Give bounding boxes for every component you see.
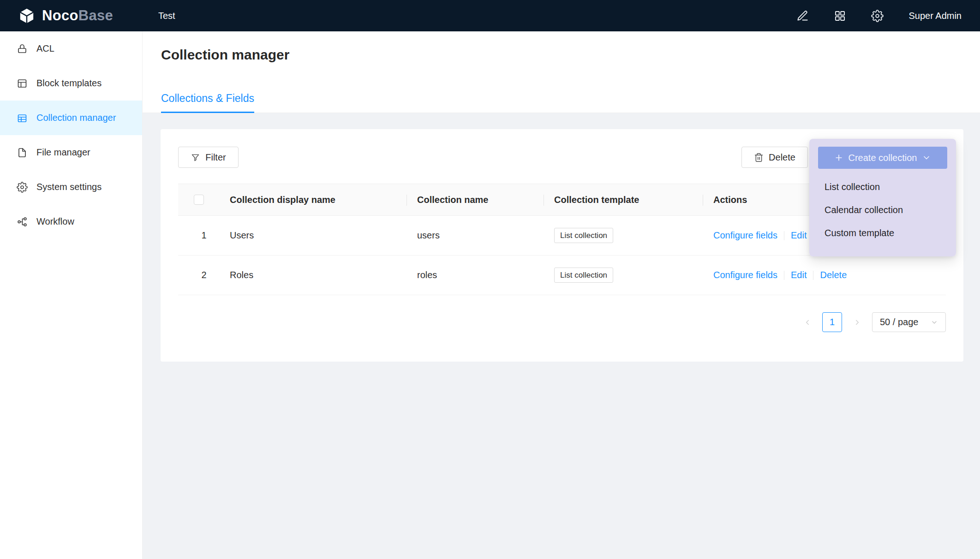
pagination-page-1[interactable]: 1 [822,312,842,332]
sidebar-item-label: Workflow [36,216,74,227]
cell-collection-template: List collection [544,228,703,244]
page-size-value: 50 / page [880,317,918,327]
cell-display-name: Users [220,230,407,241]
template-tag: List collection [554,228,613,244]
delete-link[interactable]: Delete [820,270,847,280]
row-index: 1 [178,230,220,241]
menu-item-list-collection[interactable]: List collection [818,175,947,198]
create-collection-label: Create collection [849,153,917,163]
plus-icon [834,153,843,162]
pagination-prev-button[interactable] [797,312,817,332]
pagination: 1 50 / page [178,312,946,332]
page-header: Collection manager Collections & Fields [143,31,980,113]
chevron-right-icon [853,318,861,327]
select-all-cell [178,184,220,215]
filter-button-label: Filter [205,152,226,163]
filter-button[interactable]: Filter [178,147,239,168]
sidebar-item-block-templates[interactable]: Block templates [0,66,142,101]
cell-display-name: Roles [220,270,407,280]
file-icon [17,147,28,158]
main-area: Collection manager Collections & Fields … [143,31,980,559]
menu-item-calendar-collection[interactable]: Calendar collection [818,198,947,221]
tab-collections-fields[interactable]: Collections & Fields [161,92,254,113]
column-header-display-name: Collection display name [220,184,407,215]
configure-fields-link[interactable]: Configure fields [713,270,777,280]
configure-fields-link[interactable]: Configure fields [713,230,777,241]
workflow-icon [17,216,28,227]
select-all-checkbox[interactable] [194,195,204,205]
chevron-down-icon [931,319,938,326]
column-header-collection-template: Collection template [544,184,703,215]
cell-collection-template: List collection [544,268,703,283]
highlighter-icon[interactable] [796,10,809,22]
apps-grid-icon[interactable] [834,10,846,22]
sidebar-item-label: ACL [36,43,54,54]
tab-bar: Collections & Fields [161,92,254,113]
create-collection-dropdown: Create collection List collection Calend… [809,139,956,256]
delete-button-label: Delete [769,152,795,163]
create-collection-menu: List collection Calendar collection Cust… [818,175,947,244]
gear-icon [17,182,28,193]
sidebar-item-label: Block templates [36,78,102,89]
menu-item-custom-template[interactable]: Custom template [818,221,947,244]
action-divider [784,231,784,240]
chevron-left-icon [803,318,812,327]
sidebar-item-collection-manager[interactable]: Collection manager [0,101,142,135]
page-title: Collection manager [161,46,980,64]
gear-icon[interactable] [871,10,884,22]
topbar-nav: Test [143,0,191,31]
row-actions: Configure fields Edit Delete [703,270,946,280]
cell-collection-name: users [407,230,544,241]
column-header-collection-name: Collection name [407,184,544,215]
chevron-down-icon [922,153,931,162]
brand-text: NocoBase [42,7,113,24]
action-divider [784,271,784,280]
nav-item-test[interactable]: Test [143,0,191,31]
brand-logo[interactable]: NocoBase [0,7,143,24]
trash-icon [754,153,764,162]
sidebar-item-system-settings[interactable]: System settings [0,170,142,204]
filter-funnel-icon [191,153,200,162]
topbar-right: Super Admin [796,10,980,22]
sidebar-item-label: File manager [36,147,90,158]
lock-icon [17,43,28,54]
sidebar-item-label: Collection manager [36,113,116,123]
sidebar-item-workflow[interactable]: Workflow [0,204,142,239]
sidebar-item-acl[interactable]: ACL [0,31,142,66]
table-icon [17,113,28,124]
sidebar-item-label: System settings [36,182,102,192]
delete-button[interactable]: Delete [741,147,808,168]
user-menu[interactable]: Super Admin [908,11,962,21]
cell-collection-name: roles [407,270,544,280]
edit-link[interactable]: Edit [791,270,807,280]
sidebar: ACL Block templates Collection manager F… [0,31,143,559]
nocobase-logo-icon [18,7,36,24]
topbar: NocoBase Test Super Admin [0,0,980,31]
page-size-select[interactable]: 50 / page [872,312,946,332]
edit-link[interactable]: Edit [791,230,807,241]
sidebar-item-file-manager[interactable]: File manager [0,135,142,170]
row-index: 2 [178,270,220,280]
action-divider [813,271,813,280]
layout-icon [17,78,28,89]
create-collection-button[interactable]: Create collection [818,147,947,169]
template-tag: List collection [554,268,613,283]
table-row-roles: 2 Roles roles List collection Configure … [178,256,946,295]
pagination-next-button[interactable] [847,312,867,332]
